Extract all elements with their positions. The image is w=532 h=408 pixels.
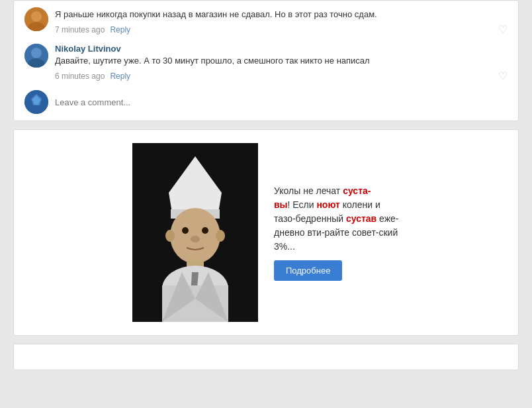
svg-point-13 <box>182 227 189 234</box>
ad-image <box>132 143 258 322</box>
comment-time: 6 minutes ago <box>55 72 105 81</box>
ad-text: Уколы не лечат суста-вы! Если ноют колен… <box>274 184 400 254</box>
comment-body: Nikolay Litvinov Давайте, шутите уже. А … <box>55 44 508 82</box>
comment-item: Я раньше никогда покупки назад в магазин… <box>24 7 508 36</box>
svg-point-1 <box>31 11 42 22</box>
comment-meta: 6 minutes ago Reply ♡ <box>55 70 508 82</box>
comments-section: Я раньше никогда покупки назад в магазин… <box>13 0 519 121</box>
leave-comment-input[interactable] <box>55 95 508 110</box>
reply-link[interactable]: Reply <box>110 72 130 81</box>
ad-more-button[interactable]: Подробнее <box>274 260 342 281</box>
reply-link[interactable]: Reply <box>110 25 130 34</box>
comment-text: Я раньше никогда покупки назад в магазин… <box>55 9 508 21</box>
ad-text-part: ! Если <box>288 199 317 210</box>
avatar <box>24 7 48 31</box>
leave-comment-row <box>24 90 508 114</box>
svg-point-15 <box>191 236 200 242</box>
svg-point-17 <box>216 230 225 242</box>
comment-author[interactable]: Nikolay Litvinov <box>55 44 508 54</box>
svg-point-14 <box>202 227 208 234</box>
comment-time: 7 minutes ago <box>55 25 105 34</box>
page-wrapper: Я раньше никогда покупки назад в магазин… <box>0 0 532 370</box>
svg-point-4 <box>31 48 42 58</box>
svg-point-16 <box>165 230 175 242</box>
ad-text-red: сустав <box>346 213 377 224</box>
comment-item: Nikolay Litvinov Давайте, шутите уже. А … <box>24 44 508 82</box>
comment-text: Давайте, шутите уже. А то 30 минут прошл… <box>55 55 508 67</box>
ad-text-red: ноют <box>316 199 339 210</box>
ad-inner: Уколы не лечат суста-вы! Если ноют колен… <box>132 143 400 322</box>
ad-content: Уколы не лечат суста-вы! Если ноют колен… <box>274 184 400 281</box>
ad-text-part: Уколы не лечат <box>274 185 343 196</box>
ad-section: Уколы не лечат суста-вы! Если ноют колен… <box>13 129 519 336</box>
bottom-section <box>13 344 519 370</box>
comment-body: Я раньше никогда покупки назад в магазин… <box>55 7 508 36</box>
comment-meta: 7 minutes ago Reply ♡ <box>55 23 508 36</box>
like-icon[interactable]: ♡ <box>498 23 508 36</box>
like-icon[interactable]: ♡ <box>498 70 508 82</box>
avatar <box>24 44 48 68</box>
avatar <box>24 90 48 114</box>
